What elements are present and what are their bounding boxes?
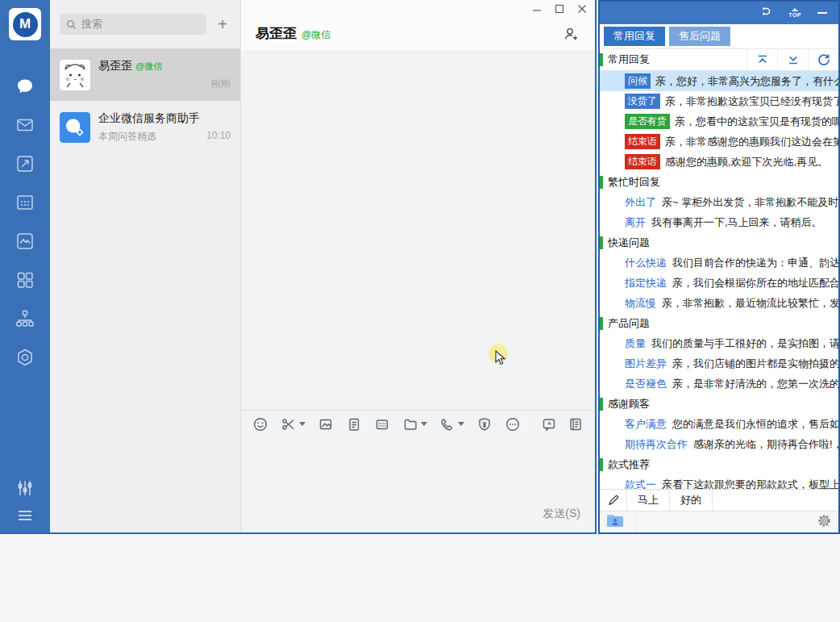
reply-tag: 质量 [625,336,646,351]
quick-reply-button[interactable]: 马上 [627,490,670,511]
shared-folder-icon[interactable] [606,514,624,531]
chat-item-yiwaiwai[interactable]: 易歪歪 @微信 刚刚 [50,48,240,101]
avatar-cartoon [60,60,90,90]
search-icon [66,19,77,30]
reply-item[interactable]: 没货了亲，非常抱歉这款宝贝已经没有现货了... [600,91,838,111]
chat-item-wecom-helper[interactable]: 企业微信服务商助手 本周问答精选 10:10 [50,101,240,153]
image-icon[interactable] [318,416,334,432]
reply-group-header[interactable]: 快递问题 [600,232,838,253]
gallery-icon[interactable] [15,231,35,252]
pin-on-top-icon[interactable]: TOP [788,8,801,18]
refresh-button[interactable] [808,49,838,70]
more-icon[interactable] [505,416,521,432]
settings-gear-icon[interactable] [817,513,832,532]
reply-list-title: 常用回复 [608,52,746,67]
reply-group-header[interactable]: 繁忙时回复 [600,172,838,192]
reply-item[interactable]: 指定快递亲，我们会根据你所在的地址匹配合... [600,273,838,293]
reply-item[interactable]: 质量我们的质量与手工很好的，是实拍图，请... [600,333,838,353]
green-marker [600,236,603,249]
chat-input-toolbar [241,410,595,437]
workbench-icon[interactable] [15,269,35,290]
chat-title: 易歪歪@微信 [256,24,331,43]
reply-text: 我们目前合作的快递为：申通、韵达... [672,256,838,270]
file-icon[interactable] [346,416,362,432]
chat-item-subtitle: 本周问答精选 [98,130,156,144]
close-button[interactable] [577,4,587,14]
reply-group-title: 繁忙时回复 [608,175,660,190]
add-chat-button[interactable]: + [214,16,231,32]
logo-letter: M [13,12,38,37]
search-row: 搜索 + [50,0,240,48]
reply-item[interactable]: 是否有货亲，您看中的这款宝贝是有现货的呢... [600,111,838,131]
tab-common-replies[interactable]: 常用回复 [604,27,665,46]
caret-down-icon [421,422,427,426]
search-input[interactable]: 搜索 [60,14,206,35]
scroll-to-bottom-button[interactable] [777,49,808,70]
reply-item[interactable]: 结束语感谢您的惠顾,欢迎下次光临,再见。 [600,152,838,172]
tab-aftersale-questions[interactable]: 售后问题 [669,27,730,46]
reply-item[interactable]: 离开我有事离开一下,马上回来，请稍后。 [600,212,838,232]
scroll-to-top-button[interactable] [746,49,777,70]
folder-icon[interactable] [402,416,427,432]
apps-cube-icon[interactable] [15,347,35,368]
caret-down-icon [458,422,464,426]
reply-item[interactable]: 客户满意您的满意是我们永恒的追求，售后如... [600,414,838,434]
filters-icon[interactable] [15,478,35,499]
reply-tag: 问候 [625,73,651,89]
reply-text: 亲，您好，非常高兴为您服务了，有什么... [655,74,838,89]
call-icon[interactable] [439,416,464,432]
reply-item[interactable]: 是否褪色亲，是非常好清洗的，您第一次洗的... [600,374,838,394]
screenshot-icon[interactable] [281,416,306,432]
reply-item[interactable]: 图片差异亲，我们店铺的图片都是实物拍摄的... [600,353,838,374]
reply-item[interactable]: 结束语亲，非常感谢您的惠顾我们这边会在第... [600,131,838,152]
edit-pencil-button[interactable] [600,490,627,511]
reply-item[interactable]: 外出了亲~ 掌柜外出发货，非常抱歉不能及时... [600,192,838,212]
panel-minimize-button[interactable] [817,12,827,14]
quick-reply-button[interactable]: 好的 [670,490,713,511]
magnet-dock-icon[interactable] [759,5,772,21]
reply-item[interactable]: 问候亲，您好，非常高兴为您服务了，有什么... [600,71,838,91]
mail-icon[interactable] [15,115,35,136]
chat-item-time: 刚刚 [211,77,231,91]
reply-tag: 没货了 [625,94,660,109]
emoji-icon[interactable] [252,416,268,432]
window-controls [532,4,587,14]
reply-item[interactable]: 期待再次合作感谢亲的光临，期待再合作啦!，... [600,434,838,454]
maximize-button[interactable] [555,4,564,14]
minimize-button[interactable] [532,4,542,14]
add-member-icon[interactable] [563,26,579,45]
reply-group-header[interactable]: 产品问题 [600,313,838,333]
reply-item[interactable]: 款式一亲看下这款跟您要的那款款式，板型上... [600,474,838,489]
chat-icon[interactable] [15,76,35,97]
quick-button-bar: 马上好的 [600,489,838,511]
reply-group-header[interactable]: 款式推荐 [600,454,838,474]
wechat-work-window: M [0,0,597,534]
desktop: M [0,0,840,622]
yiwaiwai-logo[interactable]: M [9,8,41,40]
reply-item[interactable]: 物流慢亲，非常抱歉，最近物流比较繁忙，发... [600,293,838,313]
chat-item-time: 10:10 [206,130,231,144]
reply-group-title: 感谢顾客 [608,397,650,411]
org-chart-icon[interactable] [15,308,35,329]
reply-text: 亲看下这款跟您要的那款款式，板型上... [662,478,838,490]
reply-list: 问候亲，您好，非常高兴为您服务了，有什么...没货了亲，非常抱歉这款宝贝已经没有… [600,71,838,489]
chat-record-icon[interactable] [568,416,584,432]
pin-label: TOP [788,12,801,18]
reply-item[interactable]: 什么快递我们目前合作的快递为：申通、韵达... [600,253,838,273]
reply-text: 感谢您的惠顾,欢迎下次光临,再见。 [665,155,828,169]
chat-history-icon[interactable] [541,416,557,432]
reply-group-header[interactable]: 感谢顾客 [600,394,838,414]
card-grid-icon[interactable] [374,416,390,432]
menu-icon[interactable] [15,505,35,526]
calendar-icon[interactable] [15,192,35,213]
reply-tag: 是否有货 [625,114,670,129]
chat-item-title: 企业微信服务商助手 [98,111,200,126]
docs-icon[interactable] [15,153,35,174]
reply-text: 亲，您看中的这款宝贝是有现货的呢... [675,115,838,129]
send-button[interactable]: 发送(S) [543,507,580,521]
reply-group-title: 款式推荐 [608,457,650,472]
search-placeholder: 搜索 [81,17,102,31]
reply-tag: 结束语 [625,154,660,169]
payment-icon[interactable] [476,416,493,432]
reply-group-title: 快递问题 [608,236,650,250]
